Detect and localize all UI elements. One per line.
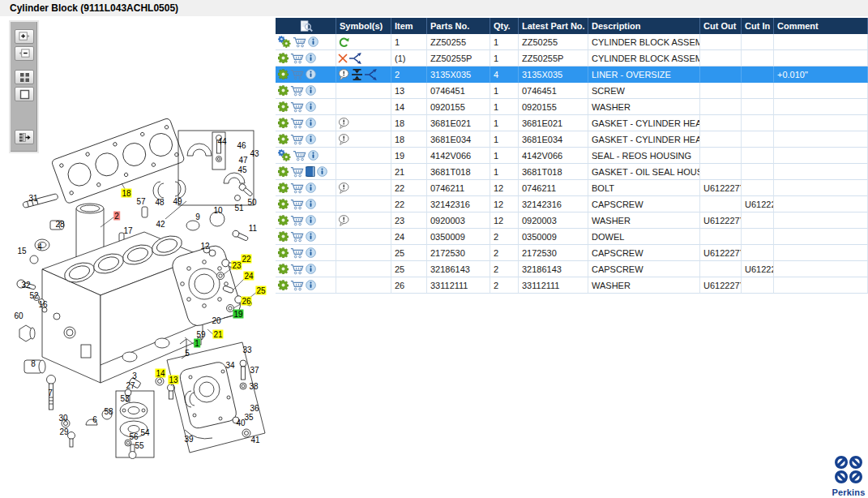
diagram-callout-24[interactable]: 24 bbox=[243, 272, 254, 281]
diagram-callout-13[interactable]: 13 bbox=[168, 376, 178, 384]
diagram-callout-6[interactable]: 6 bbox=[92, 415, 98, 424]
cart-icon[interactable] bbox=[290, 166, 304, 178]
gear-double-icon[interactable] bbox=[278, 149, 291, 161]
diagram-callout-48[interactable]: 48 bbox=[154, 198, 165, 207]
balloon-icon[interactable] bbox=[338, 215, 349, 226]
info-icon[interactable] bbox=[308, 36, 319, 47]
diagram-callout-49[interactable]: 49 bbox=[172, 197, 182, 206]
cart-icon[interactable] bbox=[290, 247, 304, 259]
diagram-callout-21[interactable]: 21 bbox=[212, 330, 223, 339]
diagram-callout-5[interactable]: 5 bbox=[184, 349, 190, 358]
tile-view-button[interactable] bbox=[15, 70, 34, 84]
diagram-callout-16[interactable]: 16 bbox=[37, 300, 48, 309]
cart-icon[interactable] bbox=[290, 134, 304, 145]
table-row[interactable]: 183681E02113681E021GASKET - CYLINDER HEA… bbox=[276, 115, 868, 131]
diagram-callout-28[interactable]: 28 bbox=[54, 220, 65, 229]
diagram-callout-17[interactable]: 17 bbox=[122, 226, 133, 235]
table-row[interactable]: 22321423161232142316CAPSCREWU61222 bbox=[276, 196, 868, 213]
gear-double-icon[interactable] bbox=[278, 36, 291, 48]
diagram-callout-58[interactable]: 58 bbox=[103, 407, 113, 416]
diagram-callout-37[interactable]: 37 bbox=[249, 366, 259, 375]
table-row[interactable]: 183681E03413681E034GASKET - CYLINDER HEA… bbox=[276, 131, 868, 148]
diagram-callout-8[interactable]: 8 bbox=[30, 359, 36, 368]
book-icon[interactable] bbox=[306, 166, 315, 177]
gear-icon[interactable] bbox=[278, 264, 289, 274]
fit-view-button[interactable] bbox=[15, 87, 34, 101]
diagram-callout-3[interactable]: 3 bbox=[131, 371, 138, 380]
diagram-callout-29[interactable]: 29 bbox=[58, 427, 69, 436]
info-icon[interactable] bbox=[306, 101, 316, 112]
diagram-callout-41[interactable]: 41 bbox=[250, 436, 260, 444]
cart-icon[interactable] bbox=[290, 69, 304, 80]
cart-icon[interactable] bbox=[293, 36, 306, 48]
gear-icon[interactable] bbox=[278, 199, 289, 209]
cart-icon[interactable] bbox=[290, 182, 304, 194]
cart-icon[interactable] bbox=[290, 215, 304, 226]
diagram-callout-19[interactable]: 19 bbox=[233, 310, 243, 319]
table-row[interactable]: 23135X03543135X035LINER - OVERSIZE+0.010… bbox=[276, 67, 868, 83]
diagram-callout-26[interactable]: 26 bbox=[241, 297, 251, 306]
cart-icon[interactable] bbox=[290, 264, 304, 275]
diagram-callout-54[interactable]: 54 bbox=[139, 428, 150, 437]
info-icon[interactable] bbox=[306, 215, 316, 225]
info-icon[interactable] bbox=[306, 247, 316, 258]
info-icon[interactable] bbox=[306, 118, 316, 128]
cart-icon[interactable] bbox=[290, 231, 304, 243]
diagram-callout-60[interactable]: 60 bbox=[13, 311, 24, 320]
cart-icon[interactable] bbox=[290, 101, 304, 113]
diagram-callout-1[interactable]: 1 bbox=[194, 339, 200, 348]
diagram-callout-27[interactable]: 27 bbox=[125, 381, 135, 390]
gear-icon[interactable] bbox=[278, 231, 289, 242]
diagram-callout-14[interactable]: 14 bbox=[155, 369, 165, 378]
diagram-callout-45[interactable]: 45 bbox=[237, 165, 247, 174]
info-icon[interactable] bbox=[308, 150, 319, 161]
diagram-callout-55[interactable]: 55 bbox=[134, 441, 144, 450]
diagram-callout-34[interactable]: 34 bbox=[224, 361, 235, 370]
table-row[interactable]: 213681T01813681T018GASKET - OIL SEAL HOU… bbox=[276, 164, 868, 180]
info-icon[interactable] bbox=[306, 69, 316, 79]
diagram-callout-10[interactable]: 10 bbox=[212, 206, 223, 215]
gear-icon[interactable] bbox=[278, 280, 289, 290]
cart-icon[interactable] bbox=[290, 85, 304, 97]
diagram-callout-44[interactable]: 44 bbox=[216, 137, 227, 146]
gear-icon[interactable] bbox=[278, 134, 289, 144]
info-icon[interactable] bbox=[306, 280, 316, 290]
diagram-callout-42[interactable]: 42 bbox=[155, 220, 165, 229]
toggle-list-panel-button[interactable] bbox=[15, 130, 34, 144]
cart-icon[interactable] bbox=[290, 280, 304, 291]
diagram-callout-25[interactable]: 25 bbox=[255, 286, 266, 295]
table-row[interactable]: 2532186143232186143CAPSCREWU61222 bbox=[276, 261, 868, 277]
info-icon[interactable] bbox=[306, 199, 316, 209]
cart-icon[interactable] bbox=[290, 53, 304, 64]
table-row[interactable]: 24035000920350009DOWEL bbox=[276, 229, 868, 245]
gear-icon[interactable] bbox=[278, 101, 289, 112]
diagram-callout-15[interactable]: 15 bbox=[16, 247, 27, 255]
zoom-out-button[interactable] bbox=[15, 46, 34, 61]
diagram-callout-51[interactable]: 51 bbox=[233, 204, 244, 213]
diagram-callout-30[interactable]: 30 bbox=[58, 414, 68, 423]
table-row[interactable]: 230920003120920003WASHERU612227Y bbox=[276, 213, 868, 229]
diagram-callout-46[interactable]: 46 bbox=[236, 141, 246, 150]
diagram-callout-32[interactable]: 32 bbox=[20, 281, 31, 290]
table-row[interactable]: 194142V06614142V066SEAL - REOS HOUSING bbox=[276, 148, 868, 164]
info-icon[interactable] bbox=[306, 231, 316, 242]
table-row[interactable]: (1)ZZ50255P1ZZ50255PCYLINDER BLOCK ASSEM… bbox=[276, 50, 868, 67]
zoom-in-button[interactable] bbox=[15, 29, 34, 44]
balloon-icon[interactable] bbox=[338, 134, 349, 145]
diagram-callout-59[interactable]: 59 bbox=[195, 330, 206, 339]
table-row[interactable]: 13074645110746451SCREW bbox=[276, 83, 868, 99]
info-icon[interactable] bbox=[306, 264, 316, 274]
balloon-icon[interactable] bbox=[338, 118, 349, 129]
diagram-callout-36[interactable]: 36 bbox=[249, 404, 259, 413]
diagram-callout-47[interactable]: 47 bbox=[237, 156, 248, 165]
table-row[interactable]: 2633112111233112111WASHERU612227Y bbox=[276, 277, 868, 294]
balloon-icon[interactable] bbox=[338, 69, 349, 80]
diagram-callout-22[interactable]: 22 bbox=[241, 255, 251, 264]
gear-icon[interactable] bbox=[278, 118, 289, 128]
diagram-callout-33[interactable]: 33 bbox=[242, 346, 252, 354]
gear-icon[interactable] bbox=[278, 247, 289, 258]
diagram-callout-2[interactable]: 2 bbox=[113, 212, 120, 221]
diagram-callout-43[interactable]: 43 bbox=[249, 149, 259, 158]
balloon-icon[interactable] bbox=[338, 182, 349, 194]
diagram-callout-50[interactable]: 50 bbox=[246, 198, 257, 207]
